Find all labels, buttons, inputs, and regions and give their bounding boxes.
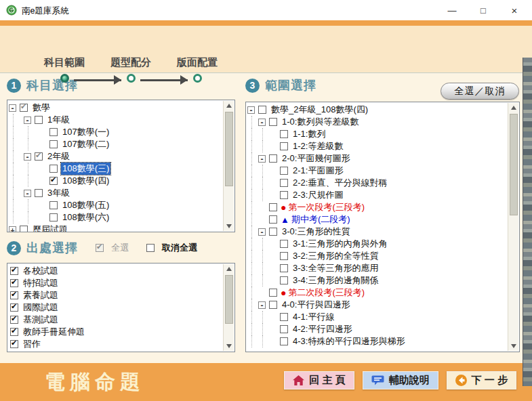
tree-item-label[interactable]: 4-2:平行四邊形 <box>291 323 353 335</box>
help-button[interactable]: 輔助說明 <box>363 371 438 389</box>
item-checkbox[interactable] <box>10 340 18 348</box>
scrollbar-thumb[interactable] <box>225 112 233 186</box>
tree-item-label[interactable]: 107數學(二) <box>61 138 110 150</box>
tree-item-label[interactable]: 107數學(一) <box>61 126 110 138</box>
tree-item-label[interactable]: 4-0:平行與四邊形 <box>281 299 351 311</box>
step-3[interactable]: 版面配置 <box>176 56 218 83</box>
item-checkbox[interactable] <box>280 130 288 138</box>
tree-item[interactable]: -1-0:數列與等差級數 <box>247 116 507 128</box>
home-button[interactable]: 回 主 頁 <box>284 371 354 389</box>
tree-item-label[interactable]: 2-2:垂直、平分與線對稱 <box>291 177 388 189</box>
tree-item[interactable]: 108數學(三) <box>9 163 222 175</box>
tree-expander-minus-icon[interactable]: - <box>258 301 266 309</box>
list-item-label[interactable]: 各校試題 <box>22 265 60 277</box>
scroll-down-arrow-icon[interactable] <box>508 341 519 351</box>
tree-item[interactable]: 107數學(二) <box>9 138 222 150</box>
tree-item[interactable]: 4-1:平行線 <box>247 311 507 323</box>
tree-item-label[interactable]: 2-0:平面幾何圖形 <box>281 152 351 165</box>
tree-item-label[interactable]: 1-2:等差級數 <box>291 140 344 152</box>
tree-item-label[interactable]: 第二次段考(三段考) <box>287 287 366 299</box>
item-checkbox[interactable] <box>10 303 18 312</box>
tree-item-label[interactable]: 3年級 <box>46 187 71 199</box>
source-list-scrollbar[interactable] <box>223 264 234 351</box>
tree-item-label[interactable]: 3-4:三角形的邊角關係 <box>291 274 380 287</box>
step-1[interactable]: 科目範圍 <box>43 56 85 83</box>
item-checkbox[interactable] <box>280 142 288 150</box>
tree-expander-plus-icon[interactable]: + <box>9 226 16 232</box>
list-item-label[interactable]: 教師手冊延伸題 <box>22 326 86 338</box>
tree-item[interactable]: 108數學(四) <box>9 175 222 187</box>
item-checkbox[interactable] <box>269 228 277 236</box>
item-checkbox[interactable] <box>269 301 277 309</box>
item-checkbox[interactable] <box>269 154 277 163</box>
tree-item-label[interactable]: 歷屆試題 <box>31 224 69 232</box>
deselect-all-checkbox[interactable] <box>146 244 155 252</box>
scrollbar-thumb[interactable] <box>225 275 233 324</box>
tree-expander-minus-icon[interactable]: - <box>258 119 266 126</box>
tree-item-label[interactable]: 3-1:三角形的內角與外角 <box>291 238 388 250</box>
tree-item[interactable]: 108數學(六) <box>9 211 222 224</box>
tree-item-label[interactable]: 數學_2年級_108數學(四) <box>270 104 369 116</box>
tree-item-label[interactable]: 1年級 <box>46 114 71 126</box>
list-item-label[interactable]: 基測試題 <box>22 314 60 326</box>
list-item[interactable]: 習作類題 <box>9 350 222 352</box>
item-checkbox[interactable] <box>20 226 28 232</box>
scroll-up-arrow-icon[interactable] <box>508 103 519 113</box>
item-checkbox[interactable] <box>280 325 288 333</box>
tree-expander-minus-icon[interactable]: - <box>24 153 31 161</box>
item-checkbox[interactable] <box>269 203 277 211</box>
item-checkbox[interactable] <box>49 213 58 221</box>
tree-expander-minus-icon[interactable]: - <box>247 106 255 114</box>
item-checkbox[interactable] <box>269 215 277 224</box>
list-item-label[interactable]: 特招試題 <box>22 277 60 289</box>
tree-item[interactable]: 第一次段考(三段考) <box>247 201 507 213</box>
item-checkbox[interactable] <box>280 264 288 272</box>
tree-item-label[interactable]: 3-3:全等三角形的應用 <box>291 262 380 274</box>
item-checkbox[interactable] <box>35 116 43 124</box>
tree-item-label[interactable]: 1-1:數列 <box>291 128 327 140</box>
item-checkbox[interactable] <box>49 201 58 209</box>
scroll-up-arrow-icon[interactable] <box>224 264 234 274</box>
list-item-label[interactable]: 素養試題 <box>22 289 60 301</box>
select-all-toggle-button[interactable]: 全選／取消 <box>441 83 519 100</box>
item-checkbox[interactable] <box>280 337 288 345</box>
tree-item-label[interactable]: 1-0:數列與等差級數 <box>281 116 360 128</box>
item-checkbox[interactable] <box>49 128 58 136</box>
close-button[interactable]: × <box>503 0 526 20</box>
tree-item[interactable]: 3-1:三角形的內角與外角 <box>247 238 507 250</box>
item-checkbox[interactable] <box>10 316 18 324</box>
tree-item-label[interactable]: 3-2:三角形的全等性質 <box>291 250 380 262</box>
list-item-label[interactable]: 習作類題 <box>22 350 60 352</box>
tree-expander-minus-icon[interactable]: - <box>9 104 16 112</box>
tree-item-label[interactable]: 108數學(六) <box>61 211 110 224</box>
item-checkbox[interactable] <box>35 189 43 197</box>
item-checkbox[interactable] <box>10 291 18 299</box>
list-item[interactable]: 國際試題 <box>9 301 222 314</box>
scroll-down-arrow-icon[interactable] <box>224 221 234 231</box>
tree-item[interactable]: 1-1:數列 <box>247 128 507 140</box>
tree-item[interactable]: 1-2:等差級數 <box>247 140 507 152</box>
scrollbar-thumb[interactable] <box>510 114 518 215</box>
item-checkbox[interactable] <box>258 106 266 114</box>
item-checkbox[interactable] <box>10 279 18 287</box>
item-checkbox[interactable] <box>280 191 288 199</box>
tree-item[interactable]: 4-2:平行四邊形 <box>247 323 507 335</box>
tree-item[interactable]: 108數學(五) <box>9 199 222 211</box>
tree-item-label[interactable]: 期中考(二段考) <box>290 213 352 226</box>
tree-item[interactable]: -1年級 <box>9 114 222 126</box>
tree-item-label[interactable]: 4-3:特殊的平行四邊形與梯形 <box>291 335 406 347</box>
item-checkbox[interactable] <box>280 167 288 175</box>
tree-item[interactable]: 第二次段考(三段考) <box>247 287 507 299</box>
tree-expander-minus-icon[interactable]: - <box>24 117 31 124</box>
scroll-down-arrow-icon[interactable] <box>224 341 234 351</box>
tree-item[interactable]: -2-0:平面幾何圖形 <box>247 152 507 165</box>
tree-item[interactable]: -2年級 <box>9 150 222 163</box>
tree-item[interactable]: 2-1:平面圖形 <box>247 165 507 177</box>
tree-item-label[interactable]: 108數學(五) <box>61 199 110 211</box>
tree-item[interactable]: 3-3:全等三角形的應用 <box>247 262 507 274</box>
list-item[interactable]: 基測試題 <box>9 314 222 326</box>
tree-item-label[interactable]: 第一次段考(三段考) <box>287 201 366 213</box>
list-item[interactable]: 特招試題 <box>9 277 222 289</box>
minimize-button[interactable]: — <box>441 0 464 20</box>
tree-item[interactable]: -數學 <box>9 102 222 114</box>
